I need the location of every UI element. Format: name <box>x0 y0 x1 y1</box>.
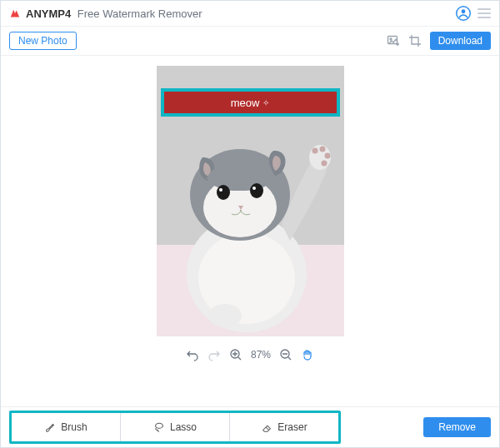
svg-point-16 <box>217 185 230 200</box>
undo-icon[interactable] <box>186 348 199 361</box>
svg-point-20 <box>208 304 242 327</box>
tool-label: Lasso <box>170 421 197 433</box>
brand-rest: Free Watermark Remover <box>78 7 202 20</box>
photo[interactable]: meow ✧ <box>157 66 344 336</box>
svg-point-18 <box>219 188 222 192</box>
lasso-icon <box>153 421 165 433</box>
brand: ANYMP4 Free Watermark Remover <box>9 7 202 20</box>
zoom-in-icon[interactable] <box>229 348 242 361</box>
tool-eraser[interactable]: Eraser <box>230 413 338 441</box>
tool-label: Brush <box>61 421 87 433</box>
redo-icon[interactable] <box>208 348 221 361</box>
image-add-icon[interactable] <box>387 34 400 47</box>
tool-brush[interactable]: Brush <box>12 413 121 441</box>
top-bar: ANYMP4 Free Watermark Remover <box>1 1 499 27</box>
watermark-selection[interactable]: meow ✧ <box>161 88 340 117</box>
svg-point-23 <box>156 423 163 428</box>
hamburger-icon[interactable] <box>478 8 491 18</box>
svg-point-12 <box>324 153 330 159</box>
zoom-out-icon[interactable] <box>279 348 292 361</box>
new-photo-button[interactable]: New Photo <box>9 32 77 50</box>
hand-icon[interactable] <box>301 348 314 361</box>
zoom-level: 87% <box>251 349 271 361</box>
svg-point-1 <box>462 9 466 13</box>
top-right <box>456 6 491 21</box>
action-icons: Download <box>387 32 491 50</box>
tool-lasso[interactable]: Lasso <box>121 413 230 441</box>
brand-strong: ANYMP4 <box>26 7 71 20</box>
svg-point-3 <box>390 38 392 40</box>
svg-point-10 <box>312 148 318 154</box>
tool-label: Eraser <box>278 421 307 433</box>
zoom-toolbar: 87% <box>186 348 314 361</box>
bottom-toolbar: Brush Lasso Eraser Remove <box>1 406 499 447</box>
svg-point-19 <box>252 187 256 190</box>
action-bar: New Photo Download <box>1 27 499 56</box>
brand-name: ANYMP4 Free Watermark Remover <box>26 7 202 20</box>
canvas-stage: meow ✧ 87% <box>1 56 499 409</box>
download-button[interactable]: Download <box>430 32 491 50</box>
brand-logo-icon <box>9 7 21 19</box>
crop-icon[interactable] <box>408 34 422 47</box>
svg-point-17 <box>250 183 263 198</box>
eraser-icon <box>261 421 272 433</box>
svg-point-11 <box>319 147 325 152</box>
tool-group: Brush Lasso Eraser <box>9 411 341 444</box>
svg-point-13 <box>321 161 327 167</box>
app-window: ANYMP4 Free Watermark Remover New Photo … <box>0 0 500 448</box>
watermark-text: meow <box>231 97 260 109</box>
remove-button[interactable]: Remove <box>423 417 491 437</box>
sparkle-icon: ✧ <box>262 98 269 107</box>
brush-icon <box>44 421 56 433</box>
user-circle-icon[interactable] <box>456 6 471 21</box>
